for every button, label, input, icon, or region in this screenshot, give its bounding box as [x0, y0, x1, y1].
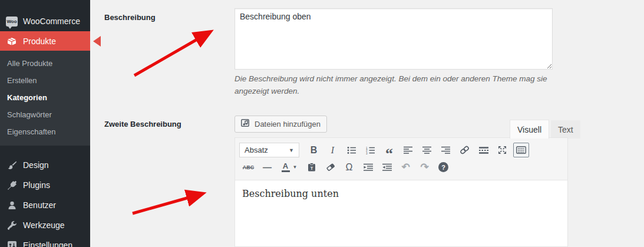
align-center-icon	[422, 146, 431, 154]
sidebar-item-benutzer[interactable]: Benutzer	[0, 195, 90, 215]
paste-as-text-button[interactable]: T	[303, 160, 319, 174]
help-icon: ?	[438, 162, 448, 172]
add-media-label: Dateien hinzufügen	[255, 120, 321, 129]
sidebar-lower-menu: Design Plugins Benutzer	[0, 155, 90, 247]
toolbar-toggle-icon	[516, 146, 526, 154]
admin-sidebar: Woo WooCommerce Produkte Alle Produkte E…	[0, 0, 90, 247]
produkte-submenu: Alle Produkte Erstellen Kategorien Schla…	[0, 51, 90, 146]
blockquote-icon: “	[385, 144, 393, 157]
outdent-button[interactable]	[360, 160, 376, 174]
undo-icon: ↶	[401, 161, 409, 173]
strikethrough-icon: ABC	[243, 164, 255, 170]
wrench-icon	[6, 219, 18, 231]
toolbar-toggle-button[interactable]	[513, 143, 529, 157]
indent-icon	[382, 163, 392, 171]
sidebar-item-label: Werkzeuge	[23, 220, 65, 230]
sidebar-item-design[interactable]: Design	[0, 155, 90, 175]
description-label: Beschreibung	[104, 13, 156, 22]
help-button[interactable]: ?	[435, 160, 451, 174]
link-icon	[460, 146, 470, 154]
outdent-icon	[364, 163, 373, 171]
package-icon	[6, 35, 18, 47]
align-left-button[interactable]	[400, 143, 416, 157]
plug-icon	[6, 179, 18, 191]
indent-button[interactable]	[379, 160, 395, 174]
numbered-list-button[interactable]: 1 2 3	[362, 143, 378, 157]
sidebar-item-label: WooCommerce	[23, 17, 80, 26]
sidebar-item-label: Design	[23, 160, 49, 170]
format-dropdown-value: Absatz	[245, 146, 268, 154]
woocommerce-icon: Woo	[6, 15, 18, 27]
sidebar-item-produkte[interactable]: Produkte	[0, 31, 90, 51]
brush-icon	[6, 159, 18, 171]
eraser-icon	[326, 163, 335, 171]
second-description-label: Zweite Beschreibung	[104, 120, 181, 129]
editor-content-area[interactable]: Beschreibung unten	[235, 180, 567, 247]
sidebar-item-werkzeuge[interactable]: Werkzeuge	[0, 215, 90, 235]
strikethrough-button[interactable]: ABC	[240, 160, 256, 174]
special-character-button[interactable]: Ω	[341, 160, 357, 174]
undo-button[interactable]: ↶	[398, 160, 414, 174]
add-media-button[interactable]: Dateien hinzufügen	[235, 116, 327, 133]
blockquote-button[interactable]: “	[381, 143, 397, 157]
sidebar-item-label: Benutzer	[23, 200, 56, 210]
tab-visual[interactable]: Visuell	[510, 120, 549, 139]
toolbar-row-1: Absatz ▼ B I	[239, 141, 563, 159]
link-button[interactable]	[457, 143, 473, 157]
editor-toolbar: Absatz ▼ B I	[235, 138, 567, 180]
sidebar-item-eigenschaften[interactable]: Eigenschaften	[0, 123, 90, 140]
read-more-icon	[479, 147, 488, 154]
bullet-list-button[interactable]	[344, 143, 359, 157]
text-color-button[interactable]: A ▼	[278, 160, 300, 174]
horizontal-rule-button[interactable]: —	[259, 160, 275, 174]
add-media-icon	[241, 119, 251, 130]
chevron-down-icon: ▼	[293, 164, 298, 170]
redo-button[interactable]: ↷	[417, 160, 432, 174]
sidebar-item-label: Einstellungen	[23, 241, 72, 247]
italic-button[interactable]: I	[325, 143, 341, 157]
text-color-icon: A	[282, 162, 290, 172]
svg-text:3: 3	[366, 152, 368, 154]
clear-formatting-button[interactable]	[322, 160, 338, 174]
tab-text[interactable]: Text	[551, 120, 580, 139]
sidebar-item-schlagwoerter[interactable]: Schlagwörter	[0, 106, 90, 123]
svg-text:T: T	[310, 166, 313, 171]
sidebar-item-alle-produkte[interactable]: Alle Produkte	[0, 55, 90, 72]
numbered-list-icon: 1 2 3	[366, 146, 375, 154]
sidebar-item-kategorien[interactable]: Kategorien	[0, 89, 90, 106]
bold-icon: B	[311, 145, 318, 156]
settings-sliders-icon	[6, 239, 18, 247]
wysiwyg-editor: Absatz ▼ B I	[235, 137, 568, 247]
omega-icon: Ω	[346, 162, 353, 173]
description-textarea[interactable]: Beschreibung oben	[235, 8, 553, 70]
sidebar-item-erstellen[interactable]: Erstellen	[0, 72, 90, 89]
editor-mode-tabs: Visuell Text	[510, 120, 580, 139]
sidebar-item-plugins[interactable]: Plugins	[0, 175, 90, 195]
align-right-button[interactable]	[438, 143, 454, 157]
toolbar-row-2: ABC — A ▼	[239, 159, 563, 176]
italic-icon: I	[331, 145, 334, 156]
main-content: Beschreibung Beschreibung oben Die Besch…	[90, 0, 644, 247]
bold-button[interactable]: B	[306, 143, 322, 157]
read-more-button[interactable]	[475, 143, 491, 157]
align-right-icon	[441, 146, 450, 154]
bullet-list-icon	[347, 146, 356, 154]
horizontal-rule-icon: —	[263, 162, 272, 172]
user-icon	[6, 199, 18, 211]
chevron-down-icon: ▼	[289, 147, 294, 153]
page: Woo WooCommerce Produkte Alle Produkte E…	[0, 0, 644, 247]
align-center-button[interactable]	[419, 143, 435, 157]
redo-icon: ↷	[420, 161, 428, 173]
sidebar-item-woocommerce[interactable]: Woo WooCommerce	[0, 11, 90, 31]
fullscreen-button[interactable]	[494, 143, 510, 157]
description-help-text: Die Beschreibung wird nicht immer angeze…	[235, 73, 553, 98]
sidebar-item-label: Plugins	[23, 180, 50, 190]
sidebar-item-einstellungen[interactable]: Einstellungen	[0, 235, 90, 247]
align-left-icon	[404, 146, 412, 154]
fullscreen-icon	[498, 146, 507, 154]
sidebar-item-label: Produkte	[23, 37, 56, 46]
clipboard-icon: T	[308, 163, 316, 172]
format-dropdown[interactable]: Absatz ▼	[239, 143, 299, 157]
